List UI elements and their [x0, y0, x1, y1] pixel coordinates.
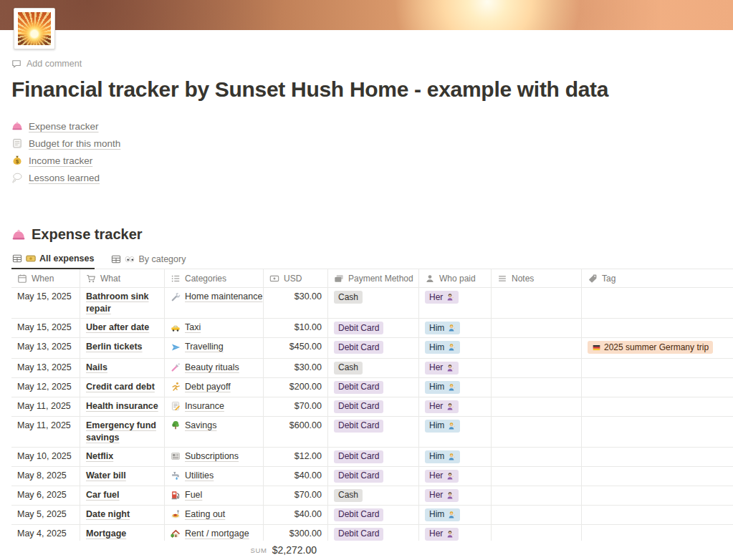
- cell-tag[interactable]: [582, 448, 733, 466]
- cell-when[interactable]: May 11, 2025: [11, 397, 80, 416]
- cell-usd[interactable]: $200.00: [264, 378, 328, 397]
- cell-what[interactable]: Mortgage: [80, 525, 165, 541]
- cell-who-paid[interactable]: Her: [419, 486, 492, 505]
- page-title[interactable]: Financial tracker by Sunset Hush Home - …: [11, 77, 722, 102]
- row-title-link[interactable]: Health insurance: [86, 401, 158, 411]
- cell-when[interactable]: May 10, 2025: [11, 448, 80, 466]
- cell-categories[interactable]: Fuel: [165, 486, 264, 505]
- category-link[interactable]: Insurance: [185, 400, 224, 412]
- cell-who-paid[interactable]: Him: [419, 319, 492, 337]
- cell-categories[interactable]: Taxi: [165, 319, 264, 337]
- cell-usd[interactable]: $600.00: [264, 417, 328, 447]
- cell-notes[interactable]: [492, 525, 582, 541]
- cell-what[interactable]: Bathroom sink repair: [80, 288, 165, 318]
- quick-link-lessons-learned[interactable]: Lessons learned: [11, 169, 100, 186]
- tab-all-expenses[interactable]: All expenses: [11, 252, 95, 269]
- cell-payment-method[interactable]: Debit Card: [328, 448, 419, 466]
- category-link[interactable]: Travelling: [185, 341, 224, 353]
- page-icon[interactable]: [14, 8, 55, 49]
- cell-who-paid[interactable]: Her: [419, 359, 492, 377]
- cell-notes[interactable]: [492, 467, 582, 486]
- column-header-notes[interactable]: Notes: [492, 269, 582, 287]
- cell-what[interactable]: Date night: [80, 506, 165, 524]
- category-link[interactable]: Beauty rituals: [185, 362, 239, 374]
- cell-payment-method[interactable]: Cash: [328, 486, 419, 505]
- cell-who-paid[interactable]: Him: [419, 378, 492, 397]
- cell-payment-method[interactable]: Debit Card: [328, 378, 419, 397]
- sum-row[interactable]: SUM $2,272.00: [11, 541, 322, 559]
- category-link[interactable]: Savings: [185, 420, 216, 432]
- cell-tag[interactable]: [582, 378, 733, 397]
- cell-categories[interactable]: Debt payoff: [165, 378, 264, 397]
- cell-notes[interactable]: [492, 378, 582, 397]
- cell-payment-method[interactable]: Cash: [328, 359, 419, 377]
- cell-tag[interactable]: [582, 486, 733, 505]
- cell-notes[interactable]: [492, 486, 582, 505]
- cell-when[interactable]: May 11, 2025: [11, 417, 80, 447]
- cell-what[interactable]: Berlin tickets: [80, 338, 165, 358]
- cell-who-paid[interactable]: Him: [419, 417, 492, 447]
- cell-categories[interactable]: Travelling: [165, 338, 264, 358]
- cell-notes[interactable]: [492, 359, 582, 377]
- cell-usd[interactable]: $30.00: [264, 359, 328, 377]
- cell-tag[interactable]: [582, 359, 733, 377]
- cell-notes[interactable]: [492, 397, 582, 416]
- category-link[interactable]: Home maintenance: [185, 291, 262, 303]
- cell-when[interactable]: May 8, 2025: [11, 467, 80, 486]
- cell-usd[interactable]: $10.00: [264, 319, 328, 337]
- tab-by-category[interactable]: By category: [110, 252, 186, 269]
- cell-when[interactable]: May 6, 2025: [11, 486, 80, 505]
- cell-when[interactable]: May 4, 2025: [11, 525, 80, 541]
- quick-link-expense-tracker[interactable]: Expense tracker: [11, 117, 99, 135]
- cell-categories[interactable]: Utilities: [165, 467, 264, 486]
- cell-usd[interactable]: $12.00: [264, 448, 328, 466]
- cell-notes[interactable]: [492, 506, 582, 524]
- cell-what[interactable]: Water bill: [80, 467, 165, 486]
- cell-usd[interactable]: $450.00: [264, 338, 328, 358]
- row-title-link[interactable]: Car fuel: [86, 490, 120, 500]
- cell-notes[interactable]: [492, 417, 582, 447]
- cell-payment-method[interactable]: Debit Card: [328, 397, 419, 416]
- cell-who-paid[interactable]: Her: [419, 288, 492, 318]
- category-link[interactable]: Fuel: [185, 489, 202, 501]
- quick-link-income-tracker[interactable]: $Income tracker: [11, 152, 92, 169]
- row-title-link[interactable]: Berlin tickets: [86, 342, 143, 352]
- column-header-when[interactable]: When: [11, 269, 80, 287]
- cell-who-paid[interactable]: Him: [419, 338, 492, 358]
- cell-when[interactable]: May 12, 2025: [11, 378, 80, 397]
- column-header-what[interactable]: What: [80, 269, 165, 287]
- cell-usd[interactable]: $70.00: [264, 397, 328, 416]
- cell-payment-method[interactable]: Debit Card: [328, 525, 419, 541]
- column-header-usd[interactable]: USD: [264, 269, 328, 287]
- cell-notes[interactable]: [492, 288, 582, 318]
- cell-what[interactable]: Health insurance: [80, 397, 165, 416]
- cell-what[interactable]: Netflix: [80, 448, 165, 466]
- cell-tag[interactable]: [582, 397, 733, 416]
- cell-notes[interactable]: [492, 448, 582, 466]
- cell-notes[interactable]: [492, 338, 582, 358]
- cell-payment-method[interactable]: Cash: [328, 288, 419, 318]
- row-title-link[interactable]: Netflix: [86, 451, 113, 461]
- cell-categories[interactable]: Eating out: [165, 506, 264, 524]
- cell-what[interactable]: Nails: [80, 359, 165, 377]
- cell-usd[interactable]: $30.00: [264, 288, 328, 318]
- cell-tag[interactable]: [582, 506, 733, 524]
- cell-what[interactable]: Uber after date: [80, 319, 165, 337]
- cell-categories[interactable]: Savings: [165, 417, 264, 447]
- row-title-link[interactable]: Credit card debt: [86, 382, 155, 392]
- cell-what[interactable]: Car fuel: [80, 486, 165, 505]
- cell-what[interactable]: Emergency fund savings: [80, 417, 165, 447]
- cell-categories[interactable]: Subscriptions: [165, 448, 264, 466]
- category-link[interactable]: Utilities: [185, 470, 214, 482]
- cell-who-paid[interactable]: Her: [419, 467, 492, 486]
- cell-usd[interactable]: $40.00: [264, 506, 328, 524]
- cell-usd[interactable]: $70.00: [264, 486, 328, 505]
- row-title-link[interactable]: Date night: [86, 509, 130, 519]
- category-link[interactable]: Taxi: [185, 322, 201, 334]
- cell-when[interactable]: May 15, 2025: [11, 288, 80, 318]
- cell-tag[interactable]: [582, 467, 733, 486]
- row-title-link[interactable]: Bathroom sink repair: [86, 291, 149, 314]
- quick-link-budget-for-this-month[interactable]: Budget for this month: [11, 135, 120, 152]
- column-header-tag[interactable]: Tag: [582, 269, 733, 287]
- cell-categories[interactable]: Home maintenance: [165, 288, 264, 318]
